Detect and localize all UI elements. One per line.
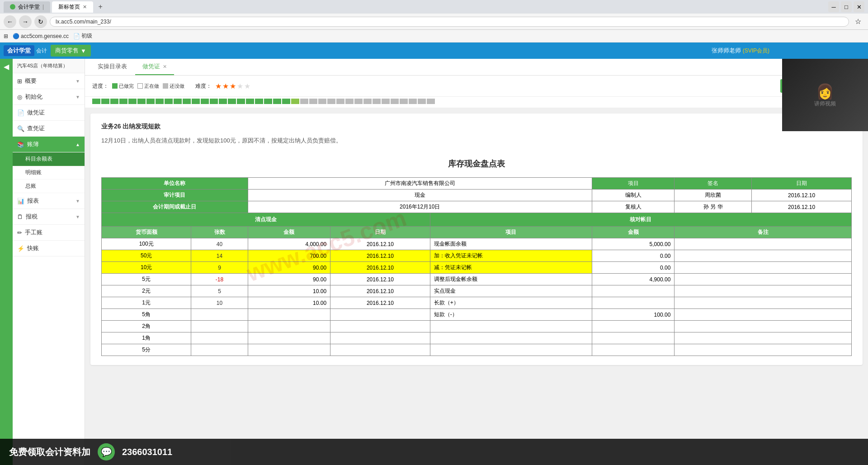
sidebar-item-ledger[interactable]: 📚 账簿 ▲ (13, 137, 85, 152)
table-row (675, 344, 852, 356)
table-row: 短款（-） (430, 309, 592, 321)
table-row: 0.00 (592, 250, 674, 262)
tab-voucher[interactable]: 做凭证 ✕ (135, 59, 174, 75)
window-controls[interactable]: ─ □ ✕ (828, 1, 864, 12)
table-row: 调整后现金帐余额 (430, 274, 592, 285)
business-content: 业务26 出纳发现短款 12月10日，出纳人员在清点现款时，发现短款100元，原… (90, 114, 863, 365)
report-icon: 📊 (17, 198, 24, 204)
table-row (248, 309, 330, 321)
ledger-icon: 📚 (17, 141, 24, 148)
sidebar-item-view-voucher[interactable]: 🔍 查凭证 (13, 121, 85, 137)
minimize-btn[interactable]: ─ (828, 1, 839, 12)
sidebar-toggle[interactable]: ◀ (0, 59, 13, 465)
table-row: 2016.12.10 (330, 262, 430, 274)
audit-label-cell: 审计项目 (102, 190, 248, 201)
bookmarks-bar: ⊞ 🔵 acc5com.gensee.cc 📄 初级 (0, 30, 868, 43)
menu-dropdown[interactable]: 商货零售 ▼ (51, 45, 91, 57)
col-item-header: 项目 (430, 227, 592, 238)
table-row: 5分 (102, 344, 191, 356)
logo-area: 会计学堂 会计 (4, 45, 47, 56)
main-layout: ◀ 汽车4S店（年终结算） ⊞ 概要 ▼ ◎ 初始化 ▼ 📄 做凭证 🔍 查凭证… (0, 59, 868, 465)
table-row: 5,000.00 (592, 238, 674, 250)
table-row (430, 332, 592, 344)
sidebar-item-overview[interactable]: ⊞ 概要 ▼ (13, 73, 85, 89)
voucher-icon: 📄 (17, 109, 24, 116)
table-row (248, 344, 330, 356)
bottom-overlay: 免费领取会计资料加 💬 2366031011 (0, 439, 868, 465)
table-row (675, 238, 852, 250)
table-row (191, 309, 248, 321)
refresh-btn[interactable]: ↻ (34, 15, 47, 28)
business-title: 业务26 出纳发现短款 (101, 123, 852, 131)
table-row: 100.00 (592, 309, 674, 321)
table-row: 加：收入凭证未记帐 (430, 250, 592, 262)
forward-btn[interactable]: → (19, 15, 32, 28)
audit-value-cell: 现金 (248, 190, 592, 201)
logo-sub: 会计 (36, 47, 47, 55)
editor-date: 2016.12.10 (752, 190, 852, 201)
browser-nav: ← → ↻ ☆ (0, 14, 868, 30)
sidebar-sub-item-detail[interactable]: 明细账 (13, 166, 85, 180)
table-row: 2角 (102, 321, 191, 332)
sidebar-sub-item-subject-balance[interactable]: 科目余额表 (13, 152, 85, 166)
view-voucher-icon: 🔍 (17, 125, 24, 132)
vip-badge: (SVIP会员) (743, 47, 769, 55)
bookmark-star-btn[interactable]: ☆ (852, 15, 864, 28)
legend-done: 已做完 (112, 83, 134, 90)
table-row (675, 274, 852, 285)
legend-current: 正在做 (137, 83, 159, 90)
table-row (191, 332, 248, 344)
wechat-number: 2366031011 (122, 447, 172, 457)
left-section-header: 清点现金 (102, 213, 430, 227)
browser-chrome: 会计学堂 | 新标签页 ✕ + ─ □ ✕ (0, 0, 868, 14)
table-row: 5角 (102, 309, 191, 321)
sidebar-sub-item-summary[interactable]: 总账 (13, 180, 85, 193)
tab-newtab-label: 新标签页 (58, 3, 80, 11)
tab-close-btn[interactable]: ✕ (83, 4, 87, 10)
report-arrow: ▼ (75, 199, 80, 204)
period-value-cell: 2016年12月10日 (248, 201, 592, 213)
table-row: 14 (191, 250, 248, 262)
app-top-header: 会计学堂 会计 商货零售 ▼ 张师师老师 (SVIP会员) (0, 43, 868, 59)
reviewer-label: 复核人 (592, 201, 674, 213)
sidebar-item-init[interactable]: ◎ 初始化 ▼ (13, 89, 85, 105)
table-row: 10.00 (248, 285, 330, 297)
table-row: 1元 (102, 297, 191, 309)
tab-accounting[interactable]: 会计学堂 | (4, 1, 50, 13)
video-panel: 👩 讲师视频 (782, 59, 868, 131)
bookmark-junior[interactable]: 📄 初级 (73, 32, 92, 40)
address-bar[interactable] (50, 17, 849, 27)
table-row (592, 297, 674, 309)
sidebar-item-salary[interactable]: ✏ 手工账 (13, 225, 85, 241)
table-row (675, 309, 852, 321)
maximize-btn[interactable]: □ (841, 1, 852, 12)
tab-newtab[interactable]: 新标签页 ✕ (52, 1, 93, 13)
sidebar-item-voucher[interactable]: 📄 做凭证 (13, 105, 85, 121)
progress-area: 进度： 已做完 正在做 还没做 难度： ★ ★ ★ ★ ★ 填写记账凭证 (85, 76, 868, 97)
table-row (330, 309, 430, 321)
main-content: 实操目录表 做凭证 ✕ 进度： 已做完 正在做 还没做 难度： (85, 59, 868, 465)
sidebar-item-report[interactable]: 📊 报表 ▼ (13, 193, 85, 209)
new-tab-btn[interactable]: + (95, 1, 106, 12)
tab-directory[interactable]: 实操目录表 (90, 59, 134, 75)
back-btn[interactable]: ← (4, 15, 16, 28)
tab-voucher-close[interactable]: ✕ (163, 64, 167, 70)
table-row: 2元 (102, 285, 191, 297)
table-row: 2016.12.10 (330, 285, 430, 297)
user-info: 张师师老师 (SVIP会员) (712, 47, 769, 55)
sidebar-item-quick-pay[interactable]: ⚡ 快账 (13, 241, 85, 256)
apps-bookmark[interactable]: ⊞ (4, 33, 8, 39)
legend-todo: 还没做 (163, 83, 184, 90)
sidebar-item-tax[interactable]: 🗒 报税 ▼ (13, 209, 85, 225)
company-label-cell: 单位名称 (102, 178, 248, 190)
progress-label: 进度： (92, 82, 108, 90)
table-row (675, 250, 852, 262)
bottom-text: 免费领取会计资料加 (9, 446, 90, 458)
salary-icon: ✏ (17, 229, 22, 236)
bookmark-acc5[interactable]: 🔵 acc5com.gensee.cc (13, 33, 69, 39)
table-row (592, 321, 674, 332)
table-row (675, 332, 852, 344)
table-row: 100元 (102, 238, 191, 250)
close-window-btn[interactable]: ✕ (854, 1, 864, 12)
table-row: 1角 (102, 332, 191, 344)
